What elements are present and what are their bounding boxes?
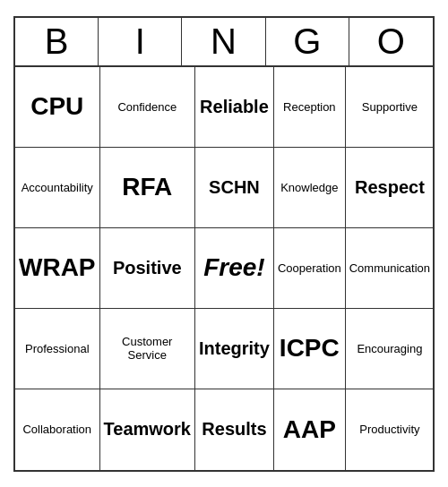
bingo-cell-22: Results <box>195 389 274 470</box>
bingo-cell-1: Confidence <box>100 67 195 148</box>
cell-text-10: WRAP <box>19 253 96 282</box>
cell-text-0: CPU <box>30 92 83 121</box>
header-letter-n: N <box>182 18 265 65</box>
bingo-cell-16: Customer Service <box>100 309 195 389</box>
bingo-cell-13: Cooperation <box>274 228 346 309</box>
cell-text-15: Professional <box>25 342 90 355</box>
bingo-cell-3: Reception <box>274 67 346 148</box>
bingo-cell-21: Teamwork <box>100 389 195 470</box>
cell-text-21: Teamwork <box>104 419 191 440</box>
cell-text-22: Results <box>202 419 266 440</box>
cell-text-18: ICPC <box>280 334 340 363</box>
cell-text-19: Encouraging <box>357 342 422 355</box>
cell-text-4: Supportive <box>362 100 418 114</box>
bingo-cell-15: Professional <box>15 309 100 389</box>
bingo-cell-12: Free! <box>195 228 274 309</box>
cell-text-11: Positive <box>113 258 182 278</box>
bingo-cell-2: Reliable <box>195 67 274 148</box>
cell-text-12: Free! <box>203 253 264 282</box>
bingo-cell-18: ICPC <box>274 309 346 389</box>
bingo-cell-6: RFA <box>100 148 195 228</box>
cell-text-16: Customer Service <box>104 335 191 362</box>
bingo-cell-24: Productivity <box>346 389 434 470</box>
header-letter-o: O <box>349 18 433 65</box>
bingo-cell-8: Knowledge <box>274 148 346 228</box>
bingo-cell-9: Respect <box>346 148 434 228</box>
cell-text-1: Confidence <box>117 100 177 114</box>
cell-text-7: SCHN <box>209 177 260 198</box>
bingo-card: BINGO CPUConfidenceReliableReceptionSupp… <box>13 16 435 472</box>
bingo-cell-17: Integrity <box>195 309 274 389</box>
bingo-cell-0: CPU <box>15 67 100 148</box>
bingo-cell-10: WRAP <box>15 228 100 309</box>
cell-text-9: Respect <box>355 177 425 198</box>
header-letter-i: I <box>99 18 182 65</box>
bingo-cell-20: Collaboration <box>15 389 100 470</box>
cell-text-20: Collaboration <box>22 423 91 436</box>
bingo-cell-7: SCHN <box>195 148 274 228</box>
cell-text-8: Knowledge <box>280 181 338 194</box>
cell-text-23: AAP <box>283 415 336 444</box>
cell-text-6: RFA <box>122 173 172 201</box>
bingo-header: BINGO <box>15 18 433 67</box>
cell-text-17: Integrity <box>199 338 270 359</box>
bingo-cell-4: Supportive <box>346 67 434 148</box>
bingo-cell-11: Positive <box>100 228 195 309</box>
bingo-cell-19: Encouraging <box>346 309 434 389</box>
cell-text-13: Cooperation <box>278 261 341 275</box>
bingo-cell-14: Communication <box>346 228 434 309</box>
cell-text-2: Reliable <box>200 97 269 117</box>
cell-text-3: Reception <box>283 100 336 114</box>
bingo-cell-23: AAP <box>274 389 346 470</box>
cell-text-24: Productivity <box>359 423 419 436</box>
bingo-cell-5: Accountability <box>15 148 100 228</box>
header-letter-g: G <box>266 18 349 65</box>
cell-text-5: Accountability <box>22 181 93 194</box>
bingo-grid: CPUConfidenceReliableReceptionSupportive… <box>15 67 433 470</box>
cell-text-14: Communication <box>349 261 430 275</box>
header-letter-b: B <box>15 18 99 65</box>
